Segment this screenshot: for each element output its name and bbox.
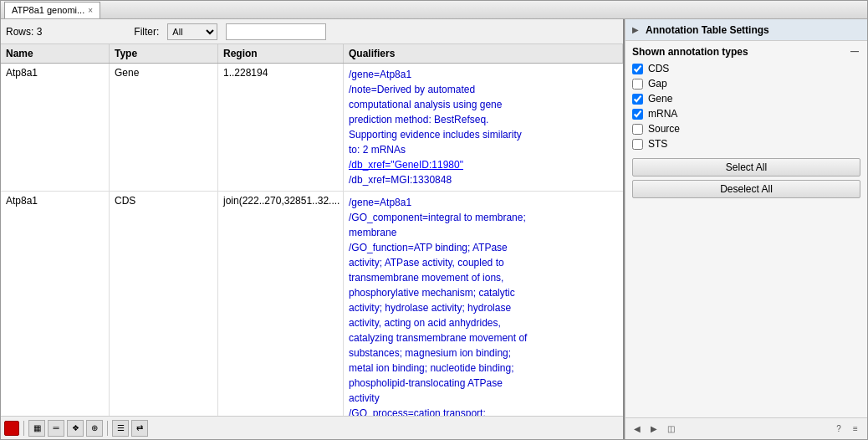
left-panel: Rows: 3 Filter: All Name Type Region Qua… <box>1 19 625 439</box>
toolbar-row: Rows: 3 Filter: All Name Type Region Qua… <box>1 19 623 44</box>
section-collapse-icon[interactable]: — <box>850 47 860 57</box>
cell-qualifiers: /gene=Atp8a1 /note=Derived by automated … <box>344 64 623 191</box>
cell-region: 1..228194 <box>218 64 344 191</box>
toolbar-btn-2[interactable]: ═ <box>48 420 64 437</box>
bottom-toolbar: ▦ ═ ❖ ⊕ ☰ ⇄ <box>1 416 623 439</box>
deselect-all-button[interactable]: Deselect All <box>632 180 860 198</box>
nav-right-icon[interactable]: ▶ <box>647 422 661 436</box>
right-panel: ▶ Annotation Table Settings Shown annota… <box>625 19 867 439</box>
close-button[interactable]: × <box>88 6 93 15</box>
checkbox-item-source[interactable]: Source <box>632 123 860 135</box>
checkbox-label-mrna: mRNA <box>648 108 677 120</box>
checkbox-sts[interactable] <box>632 139 643 150</box>
table-header: Name Type Region Qualifiers <box>1 44 623 64</box>
cell-qualifiers: /gene=Atp8a1 /GO_component=integral to m… <box>344 192 623 416</box>
action-buttons: Select All Deselect All <box>625 151 867 205</box>
cell-region: join(222..270,32851..32.... <box>218 192 344 416</box>
checkbox-mrna[interactable] <box>632 109 643 120</box>
cell-type: CDS <box>110 192 218 416</box>
cell-name: Atp8a1 <box>1 64 110 191</box>
section-title-text: Shown annotation types <box>632 46 748 58</box>
col-type: Type <box>110 44 218 63</box>
checkbox-item-cds[interactable]: CDS <box>632 63 860 74</box>
checkbox-label-source: Source <box>648 123 680 135</box>
table-row[interactable]: Atp8a1 Gene 1..228194 /gene=Atp8a1 /note… <box>1 64 623 192</box>
annotation-type-list: CDS Gap Gene mRNA Source <box>625 61 867 151</box>
filter-label: Filter: <box>134 26 159 38</box>
annotation-table: Name Type Region Qualifiers Atp8a1 Gene … <box>1 44 623 416</box>
checkbox-item-sts[interactable]: STS <box>632 138 860 150</box>
main-window: ATP8a1 genomi... × Rows: 3 Filter: All N… <box>0 0 868 440</box>
toolbar-btn-1[interactable]: ▦ <box>28 420 45 437</box>
checkbox-item-gene[interactable]: Gene <box>632 93 860 105</box>
rows-info: Rows: 3 <box>6 26 42 38</box>
toolbar-btn-6[interactable]: ⇄ <box>131 420 148 437</box>
toolbar-btn-5[interactable]: ☰ <box>112 420 129 437</box>
col-qualifiers: Qualifiers <box>344 44 623 63</box>
section-title: Shown annotation types — <box>625 41 867 61</box>
help-icon[interactable]: ? <box>832 422 845 436</box>
footer-action-icons: ? ≡ <box>832 422 862 436</box>
right-panel-spacer <box>625 205 867 417</box>
nav-left-icon[interactable]: ◀ <box>631 422 644 436</box>
checkbox-label-gene: Gene <box>648 93 672 105</box>
toolbar-btn-4[interactable]: ⊕ <box>86 420 103 437</box>
checkbox-cds[interactable] <box>632 64 643 74</box>
checkbox-item-gap[interactable]: Gap <box>632 78 860 90</box>
table-row[interactable]: Atp8a1 CDS join(222..270,32851..32.... /… <box>1 192 623 416</box>
toolbar-btn-3[interactable]: ❖ <box>67 420 84 437</box>
window-title: ATP8a1 genomi... <box>12 5 84 15</box>
main-content: Rows: 3 Filter: All Name Type Region Qua… <box>1 19 867 439</box>
resize-icon[interactable]: ◫ <box>664 422 677 436</box>
separator <box>107 421 108 436</box>
cell-name: Atp8a1 <box>1 192 110 416</box>
checkbox-label-gap: Gap <box>648 78 667 90</box>
settings-panel-title: Annotation Table Settings <box>646 24 769 36</box>
stop-button[interactable] <box>4 421 19 436</box>
col-name: Name <box>1 44 110 63</box>
checkbox-gene[interactable] <box>632 94 643 105</box>
checkbox-source[interactable] <box>632 124 643 135</box>
collapse-icon[interactable]: ▶ <box>632 25 642 35</box>
separator <box>23 421 24 436</box>
table-body[interactable]: Atp8a1 Gene 1..228194 /gene=Atp8a1 /note… <box>1 64 623 416</box>
menu-icon[interactable]: ≡ <box>849 422 862 436</box>
checkbox-item-mrna[interactable]: mRNA <box>632 108 860 120</box>
checkbox-label-cds: CDS <box>648 63 669 74</box>
settings-panel-header: ▶ Annotation Table Settings <box>625 19 867 41</box>
col-region: Region <box>218 44 344 63</box>
filter-select[interactable]: All Name Type Region Qualifiers <box>167 23 217 40</box>
window-tab[interactable]: ATP8a1 genomi... × <box>4 2 100 18</box>
checkbox-label-sts: STS <box>648 138 667 150</box>
title-bar: ATP8a1 genomi... × <box>1 1 867 19</box>
cell-type: Gene <box>110 64 218 191</box>
checkbox-gap[interactable] <box>632 79 643 90</box>
select-all-button[interactable]: Select All <box>632 158 860 177</box>
filter-input[interactable] <box>226 23 326 40</box>
db-xref-link-1[interactable]: /db_xref="GeneID:11980" <box>349 159 463 171</box>
right-panel-footer: ◀ ▶ ◫ ? ≡ <box>625 417 867 439</box>
footer-nav-icons: ◀ ▶ ◫ <box>631 422 677 436</box>
